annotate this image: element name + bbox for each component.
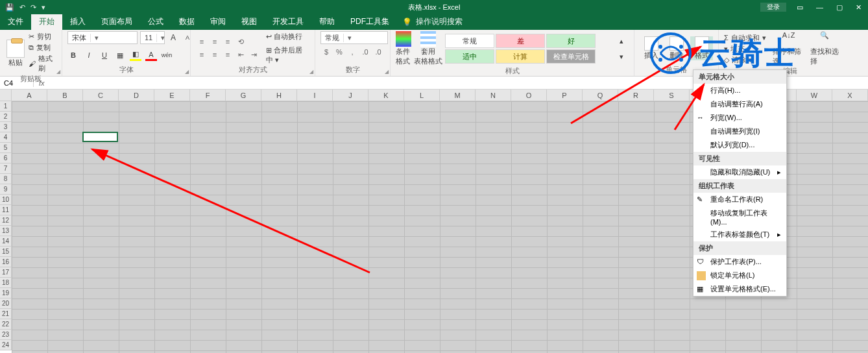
underline-button[interactable]: U [99, 49, 110, 61]
tab-home[interactable]: 开始 [31, 14, 62, 30]
align-right-icon[interactable]: ≡ [222, 49, 234, 60]
cut-button[interactable]: ✂剪切 [29, 31, 56, 42]
row-header[interactable]: 7 [0, 164, 12, 174]
border-button[interactable]: ▦ [114, 49, 126, 61]
comma-format-icon[interactable]: , [346, 47, 358, 57]
col-header[interactable]: L [404, 90, 440, 101]
col-header[interactable]: E [154, 90, 190, 101]
cell-styles-gallery[interactable]: 常规 差 好 ▴ 适中 计算 检查单元格 ▾ [445, 34, 646, 64]
tab-review[interactable]: 审阅 [202, 14, 234, 30]
indent-decrease-icon[interactable]: ⇤ [235, 49, 247, 60]
save-icon[interactable]: 💾 [5, 3, 14, 12]
row-header[interactable]: 14 [0, 236, 12, 247]
redo-icon[interactable]: ↷ [30, 3, 36, 12]
style-bad[interactable]: 差 [496, 34, 545, 48]
dd-rename-sheet[interactable]: ✎重命名工作表(R) [693, 193, 786, 206]
font-size-combo[interactable]: 11▾ [140, 31, 165, 44]
autosum-button[interactable]: Σ自动求和 ▾ [724, 33, 766, 43]
style-calc[interactable]: 计算 [496, 49, 545, 64]
fill-button[interactable]: ▾填充 ▾ [724, 44, 766, 54]
close-icon[interactable]: ✕ [849, 3, 868, 12]
row-header[interactable]: 1 [0, 101, 12, 112]
row-header[interactable]: 3 [0, 122, 12, 132]
dialog-launcher-icon[interactable]: ◢ [56, 69, 60, 75]
selected-cell[interactable] [82, 132, 118, 142]
tab-insert[interactable]: 插入 [62, 14, 93, 30]
italic-button[interactable]: I [83, 49, 95, 61]
align-left-icon[interactable]: ≡ [196, 49, 208, 60]
style-good[interactable]: 好 [546, 34, 596, 48]
tab-developer[interactable]: 开发工具 [265, 14, 311, 30]
row-header[interactable]: 24 [0, 340, 12, 350]
tab-file[interactable]: 文件 [0, 14, 31, 30]
style-ok[interactable]: 适中 [445, 49, 494, 64]
format-painter-button[interactable]: 🖌格式刷 [29, 53, 56, 74]
undo-icon[interactable]: ↶ [19, 3, 25, 12]
style-check[interactable]: 检查单元格 [546, 49, 596, 64]
style-normal[interactable]: 常规 [445, 34, 494, 48]
align-top-icon[interactable]: ≡ [196, 36, 208, 47]
row-header[interactable]: 10 [0, 195, 12, 205]
accounting-format-icon[interactable]: $ [320, 47, 332, 57]
copy-button[interactable]: ⧉复制 [29, 42, 56, 53]
col-header[interactable]: S [654, 90, 690, 101]
login-button[interactable]: 登录 [760, 3, 786, 12]
orientation-icon[interactable]: ⟲ [235, 36, 247, 47]
dd-lock-cell[interactable]: 锁定单元格(L) [693, 269, 786, 282]
find-select-button[interactable]: 🔍 查找和选择 [810, 31, 845, 66]
col-header[interactable]: W [797, 90, 832, 101]
row-header[interactable]: 11 [0, 205, 12, 215]
tab-data[interactable]: 数据 [171, 14, 202, 30]
row-header[interactable]: 18 [0, 278, 12, 288]
dd-default-width[interactable]: 默认列宽(D)... [693, 138, 786, 152]
format-table-button[interactable]: 套用 表格格式 [414, 31, 442, 66]
col-header[interactable]: A [12, 90, 47, 101]
row-header[interactable]: 12 [0, 215, 12, 226]
row-header[interactable]: 22 [0, 319, 12, 330]
increase-decimal-icon[interactable]: .0 [359, 47, 371, 57]
decrease-decimal-icon[interactable]: .0 [372, 47, 384, 57]
minimize-icon[interactable]: — [810, 3, 830, 11]
clear-button[interactable]: ◇清除 ▾ [724, 55, 766, 65]
row-headers[interactable]: 123456789101112131415161718192021222324 [0, 101, 12, 350]
font-color-button[interactable]: A [145, 49, 157, 61]
tab-formulas[interactable]: 公式 [140, 14, 171, 30]
row-header[interactable]: 16 [0, 257, 12, 267]
tab-layout[interactable]: 页面布局 [93, 14, 140, 30]
conditional-format-button[interactable]: 条件格式 [396, 31, 411, 66]
percent-format-icon[interactable]: % [333, 47, 345, 57]
col-header[interactable]: I [297, 90, 333, 101]
row-header[interactable]: 13 [0, 226, 12, 236]
insert-cells-button[interactable]: 插入 [640, 36, 662, 60]
dialog-launcher-icon[interactable]: ◢ [185, 69, 189, 75]
format-cells-button[interactable]: 格式 [690, 36, 713, 60]
sort-filter-button[interactable]: A↓Z 排序和筛选 [773, 31, 808, 66]
row-header[interactable]: 21 [0, 309, 12, 319]
col-header[interactable]: X [832, 90, 868, 101]
row-header[interactable]: 2 [0, 112, 12, 122]
dialog-launcher-icon[interactable]: ◢ [385, 69, 389, 75]
dd-protect-sheet[interactable]: 🛡保护工作表(P)... [693, 255, 786, 269]
row-header[interactable]: 8 [0, 174, 12, 184]
dd-col-width[interactable]: ↔列宽(W)... [693, 111, 786, 125]
col-header[interactable]: N [476, 90, 511, 101]
maximize-icon[interactable]: ▢ [830, 3, 849, 12]
merge-center-button[interactable]: ⊞ 合并后居中 ▾ [266, 45, 309, 65]
col-header[interactable]: J [333, 90, 368, 101]
col-header[interactable]: Q [583, 90, 618, 101]
col-header[interactable]: F [190, 90, 226, 101]
wrap-text-button[interactable]: ↩ 自动换行 [266, 32, 309, 42]
col-header[interactable]: C [83, 90, 119, 101]
row-header[interactable]: 19 [0, 288, 12, 298]
align-middle-icon[interactable]: ≡ [209, 36, 221, 47]
row-header[interactable]: 20 [0, 298, 12, 309]
select-all-triangle[interactable] [0, 90, 12, 101]
ribbon-options-icon[interactable]: ▭ [790, 3, 810, 12]
number-format-combo[interactable]: 常规▾ [320, 31, 388, 44]
dd-format-cells[interactable]: ▦设置单元格格式(E)... [693, 282, 786, 296]
phonetic-button[interactable]: wén [161, 49, 173, 61]
dd-tab-color[interactable]: 工作表标签颜色(T)▸ [693, 228, 786, 241]
col-header[interactable]: M [440, 90, 476, 101]
dd-row-height[interactable]: ↕行高(H)... [693, 84, 786, 97]
col-header[interactable]: P [547, 90, 583, 101]
